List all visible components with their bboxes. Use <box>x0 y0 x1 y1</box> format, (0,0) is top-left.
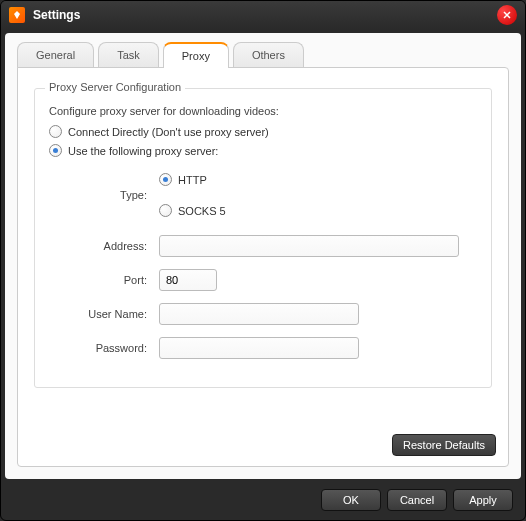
titlebar: Settings <box>1 1 525 29</box>
app-icon <box>9 7 25 23</box>
radio-label-socks5: SOCKS 5 <box>178 205 226 217</box>
radio-label-direct: Connect Directly (Don't use proxy server… <box>68 126 269 138</box>
radio-use-proxy[interactable] <box>49 144 62 157</box>
settings-window: Settings General Task Proxy Others Proxy… <box>0 0 526 521</box>
address-input[interactable] <box>159 235 459 257</box>
radio-row-use-proxy[interactable]: Use the following proxy server: <box>49 144 477 157</box>
cancel-button[interactable]: Cancel <box>387 489 447 511</box>
proxy-description: Configure proxy server for downloading v… <box>49 105 477 117</box>
radio-label-use-proxy: Use the following proxy server: <box>68 145 218 157</box>
proxy-fieldset: Proxy Server Configuration Configure pro… <box>34 88 492 388</box>
proxy-form: Type: HTTP SOCKS 5 <box>79 167 477 359</box>
radio-type-socks5[interactable] <box>159 204 172 217</box>
apply-button[interactable]: Apply <box>453 489 513 511</box>
tab-others[interactable]: Others <box>233 42 304 68</box>
radio-connect-directly[interactable] <box>49 125 62 138</box>
fieldset-legend: Proxy Server Configuration <box>45 81 185 93</box>
restore-defaults-button[interactable]: Restore Defaults <box>392 434 496 456</box>
tab-panel-proxy: Proxy Server Configuration Configure pro… <box>17 67 509 467</box>
ok-button[interactable]: OK <box>321 489 381 511</box>
tab-task[interactable]: Task <box>98 42 159 68</box>
password-input[interactable] <box>159 337 359 359</box>
port-input[interactable] <box>159 269 217 291</box>
port-label: Port: <box>79 274 159 286</box>
close-icon <box>502 10 512 20</box>
radio-row-direct[interactable]: Connect Directly (Don't use proxy server… <box>49 125 477 138</box>
password-label: Password: <box>79 342 159 354</box>
username-label: User Name: <box>79 308 159 320</box>
type-options: HTTP SOCKS 5 <box>159 167 226 223</box>
tab-proxy[interactable]: Proxy <box>163 42 229 68</box>
tab-strip: General Task Proxy Others <box>17 41 509 67</box>
type-label: Type: <box>79 189 159 201</box>
content-area: General Task Proxy Others Proxy Server C… <box>5 33 521 479</box>
radio-type-http[interactable] <box>159 173 172 186</box>
close-button[interactable] <box>497 5 517 25</box>
radio-row-socks5[interactable]: SOCKS 5 <box>159 204 226 217</box>
radio-row-http[interactable]: HTTP <box>159 173 226 186</box>
address-label: Address: <box>79 240 159 252</box>
tab-general[interactable]: General <box>17 42 94 68</box>
radio-label-http: HTTP <box>178 174 207 186</box>
footer-buttons: OK Cancel Apply <box>1 483 525 511</box>
username-input[interactable] <box>159 303 359 325</box>
window-title: Settings <box>33 8 497 22</box>
